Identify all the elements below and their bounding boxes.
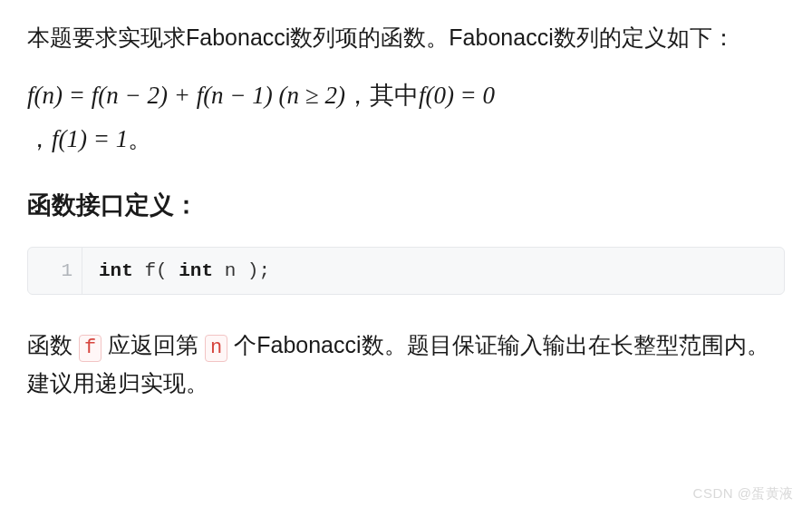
desc-part1: 函数 — [27, 332, 79, 357]
formula-end: 。 — [128, 125, 152, 152]
formula-f0: f(0) = 0 — [419, 82, 495, 109]
interface-heading: 函数接口定义： — [27, 189, 785, 221]
code-line-number: 1 — [28, 248, 82, 294]
code-block: 1 int f( int n ); — [27, 247, 785, 295]
inline-code-f: f — [79, 335, 102, 363]
desc-part2: 应返回第 — [102, 332, 205, 357]
code-body: int f( int n ); — [82, 248, 286, 294]
formula-f1: f(1) = 1 — [52, 125, 128, 152]
formula-main: f(n) = f(n − 2) + f(n − 1) (n ≥ 2) — [27, 82, 345, 109]
code-rest: n ); — [213, 260, 270, 281]
formula-sep2: ， — [27, 125, 52, 152]
formula-block: f(n) = f(n − 2) + f(n − 1) (n ≥ 2)，其中f(0… — [27, 73, 785, 161]
description: 函数 f 应返回第 n 个Fabonacci数。题目保证输入输出在长整型范围内。… — [27, 326, 785, 403]
problem-intro: 本题要求实现求Fabonacci数列项的函数。Fabonacci数列的定义如下： — [27, 18, 785, 57]
inline-code-n: n — [205, 335, 227, 363]
code-keyword-int-1: int — [99, 260, 133, 281]
code-fn: f( — [133, 260, 179, 281]
watermark: CSDN @蛋黄液 — [693, 485, 794, 503]
formula-sep1: ，其中 — [345, 82, 419, 109]
code-keyword-int-2: int — [179, 260, 213, 281]
